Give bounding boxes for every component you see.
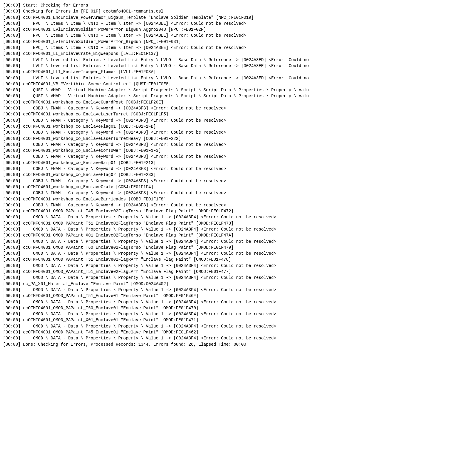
log-line: [00:00] ccOTMFO4001_workshop_co_EnclaveC… bbox=[3, 148, 472, 154]
log-line: [00:00] ccOTMFO4001_OMOD_PAPaint_T45_Enc… bbox=[3, 329, 472, 335]
log-line: [00:00] ccOTMFO4001_workshop_co_EnclaveF… bbox=[3, 123, 472, 129]
log-line: [00:00] ccOTMFO4001_VB "Vertibird Scene … bbox=[3, 81, 472, 87]
log-line: [00:00] ccOTMFO4001_workshop_co_EnclaveC… bbox=[3, 184, 472, 190]
log-line: [00:00] QUST \ VMAD - Virtual Machine Ad… bbox=[3, 87, 472, 93]
log-line: [00:00] ccOTMFO4001_workshop_co_EnclaveL… bbox=[3, 111, 472, 117]
log-line: [00:00] NPC_ \ Items \ Item \ CNTO - Ite… bbox=[3, 21, 472, 27]
log-line: [00:00] COBJ \ FNAM - Category \ Keyword… bbox=[3, 129, 472, 135]
log-line: [00:00] ccOTMFO4001_workshop_co_EnclaveG… bbox=[3, 99, 472, 105]
log-line: [00:00] COBJ \ FNAM - Category \ Keyword… bbox=[3, 154, 472, 160]
log-line: [00:00] ccOTMFO4001_LL_EnclaveCrate_BigW… bbox=[3, 51, 472, 57]
log-line: [00:00] Done: Checking for Errors, Proce… bbox=[3, 341, 472, 347]
log-line: [00:00] ccOTMFO4001_OMOD_PAPaint_T60_Enc… bbox=[3, 305, 472, 311]
log-line: [00:00] COBJ \ FNAM - Category \ Keyword… bbox=[3, 178, 472, 184]
log-line: [00:00] ccOTMFO4001_OMOD_PAPaint_X01_Enc… bbox=[3, 317, 472, 323]
log-line: [00:00] QUST \ VMAD - Virtual Machine Ad… bbox=[3, 93, 472, 99]
log-line: [00:00] Start: Checking for Errors bbox=[3, 2, 472, 8]
log-line: [00:00] NPC_ \ Items \ Item \ CNTO - Ite… bbox=[3, 45, 472, 51]
log-line: [00:00] COBJ \ FNAM - Category \ Keyword… bbox=[3, 142, 472, 148]
log-line: [00:00] OMOD \ DATA - Data \ Properties … bbox=[3, 311, 472, 317]
log-line: [00:00] cc_PA_X01_Material_Enclave "Encl… bbox=[3, 281, 472, 287]
log-line: [00:00] OMOD \ DATA - Data \ Properties … bbox=[3, 251, 472, 256]
log-line: [00:00] ccOTMFO4001_OMOD_PAPaint_T51_Enc… bbox=[3, 220, 472, 226]
log-line: [00:00] LVLI \ Leveled List Entries \ Le… bbox=[3, 63, 472, 69]
log-line: [00:00] OMOD \ DATA - Data \ Properties … bbox=[3, 287, 472, 293]
log-line: [00:00] OMOD \ DATA - Data \ Properties … bbox=[3, 335, 472, 341]
log-line: [00:00] ccOTMFO4001_LvlEnclaveSoldier_Po… bbox=[3, 27, 472, 33]
log-line: [00:00] COBJ \ FNAM - Category \ Keyword… bbox=[3, 202, 472, 208]
log-line: [00:00] ccOTMFO4001_workshop_co_EnclaveR… bbox=[3, 160, 472, 166]
log-line: [00:00] OMOD \ DATA - Data \ Properties … bbox=[3, 323, 472, 329]
log-line: [00:00] OMOD \ DATA - Data \ Properties … bbox=[3, 214, 472, 220]
log-line: [00:00] ccOTMFO4001_OMOD_PAPaint_T60_Enc… bbox=[3, 245, 472, 251]
log-line: [00:00] COBJ \ FNAM - Category \ Keyword… bbox=[3, 105, 472, 111]
log-line: [00:00] Checking for Errors in [FE 01F] … bbox=[3, 8, 472, 14]
log-line: [00:00] ccOTMFO4001_workshop_co_EnclaveF… bbox=[3, 172, 472, 178]
log-line: [00:00] LVLI \ Leveled List Entries \ Le… bbox=[3, 75, 472, 81]
log-line: [00:00] ccOTMFO4001_workshop_co_EnclaveL… bbox=[3, 136, 472, 142]
log-line: [00:00] OMOD \ DATA - Data \ Properties … bbox=[3, 226, 472, 232]
log-line: [00:00] OMOD \ DATA - Data \ Properties … bbox=[3, 239, 472, 245]
log-line: [00:00] ccOTMFO4001_OMOD_PAPaint_T45_Enc… bbox=[3, 208, 472, 214]
log-line: [00:00] ccOTMFO4001_EncEnclave_PowerArmo… bbox=[3, 15, 472, 21]
log-line: [00:00] OMOD \ DATA - Data \ Properties … bbox=[3, 299, 472, 305]
log-line: [00:00] COBJ \ FNAM - Category \ Keyword… bbox=[3, 118, 472, 123]
log-line: [00:00] ccOTMFO4001_LvlEnclaveSoldier_Po… bbox=[3, 39, 472, 45]
log-line: [00:00] LVLI \ Leveled List Entries \ Le… bbox=[3, 57, 472, 63]
log-line: [00:00] ccOTMFO4001_LLI_EnclaveTrooper_F… bbox=[3, 69, 472, 75]
log-line: [00:00] ccOTMFO4001_OMOD_PAPaint_T51_Enc… bbox=[3, 293, 472, 299]
log-container: [00:00] Start: Checking for Errors[00:00… bbox=[0, 0, 475, 476]
log-line: [00:00] ccOTMFO4001_OMOD_PAPaint_T51_Enc… bbox=[3, 269, 472, 275]
log-line: [00:00] OMOD \ DATA - Data \ Properties … bbox=[3, 263, 472, 269]
log-line: [00:00] COBJ \ FNAM - Category \ Keyword… bbox=[3, 190, 472, 196]
log-line: [00:00] ccOTMFO4001_OMOD_PAPaint_T51_Enc… bbox=[3, 256, 472, 262]
log-line: [00:00] NPC_ \ Items \ Item \ CNTO - Ite… bbox=[3, 33, 472, 38]
log-line: [00:00] ccOTMFO4001_OMOD_PAPaint_X01_Enc… bbox=[3, 232, 472, 238]
log-line: [00:00] COBJ \ FNAM - Category \ Keyword… bbox=[3, 166, 472, 172]
log-line: [00:00] OMOD \ DATA - Data \ Properties … bbox=[3, 275, 472, 281]
log-line: [00:00] ccOTMFO4001_workshop_co_EnclaveB… bbox=[3, 196, 472, 202]
